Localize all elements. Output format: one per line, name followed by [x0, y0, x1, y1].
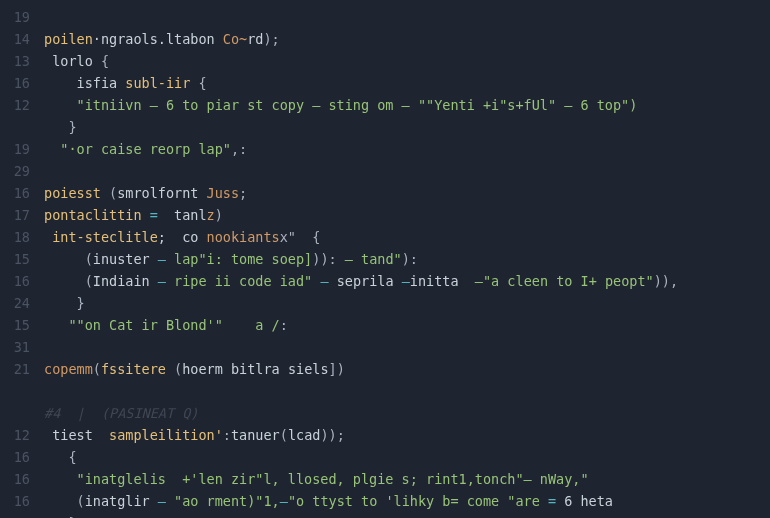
line-number: 16 [0, 446, 40, 468]
code-line[interactable]: int-steclitle; co nookiantsx" { [44, 226, 770, 248]
code-line[interactable]: "inatglelis +'len zir"l, llosed, plgie s… [44, 468, 770, 490]
token: –"a cleen to I+ peopt" [475, 273, 654, 289]
token: ( [44, 273, 93, 289]
line-number: 12 [0, 94, 40, 116]
line-number: 16 [0, 270, 40, 292]
token: initta [410, 273, 475, 289]
code-line[interactable]: "·or caise reorp lap",: [44, 138, 770, 160]
token: hoerm bitlra siels [182, 361, 328, 377]
code-line[interactable]: (inuster – lap"i: tome soep])): – tand")… [44, 248, 770, 270]
code-line[interactable] [44, 336, 770, 358]
token: seprila [337, 273, 402, 289]
token: – [320, 273, 336, 289]
token: subl-iir [125, 75, 198, 91]
token: "inatglelis +'len zir"l, llosed, plgie s… [77, 471, 589, 487]
token: z [207, 207, 215, 223]
token: ( [44, 493, 85, 509]
code-line[interactable]: } [44, 512, 770, 518]
token: 6 heta [564, 493, 613, 509]
token: inatglir [85, 493, 158, 509]
token: poilen [44, 31, 93, 47]
token: – [280, 493, 288, 509]
line-number: 19 [0, 6, 40, 28]
token: ripe ii code iad" [174, 273, 320, 289]
line-number: 17 [0, 204, 40, 226]
token: – [158, 273, 174, 289]
token [44, 471, 77, 487]
code-area[interactable]: poilen·ngraols.ltabon Co~rd); lorlo { is… [40, 0, 770, 518]
token: ]) [329, 361, 345, 377]
line-number: 16 [0, 490, 40, 512]
code-line[interactable]: (inatglir – "ao rment)"1,–"o ttyst to 'l… [44, 490, 770, 512]
code-line[interactable]: ""on Cat ir Blond'" a /: [44, 314, 770, 336]
token: smrolfornt [117, 185, 206, 201]
token [44, 317, 68, 333]
token: ) [215, 207, 223, 223]
token: poiesst [44, 185, 109, 201]
code-line[interactable]: } [44, 116, 770, 138]
token: { [198, 75, 206, 91]
token: – [158, 251, 174, 267]
token: )): [312, 251, 345, 267]
code-editor[interactable]: 1914131612192916171815162415312112161616… [0, 0, 770, 518]
token: ; [239, 185, 247, 201]
token: : [280, 317, 288, 333]
token: fssitere [101, 361, 174, 377]
token: – [158, 493, 174, 509]
token: inuster [93, 251, 158, 267]
token: "o ttyst to 'lihky b= come "are [288, 493, 548, 509]
line-number: 29 [0, 160, 40, 182]
line-number: 31 [0, 336, 40, 358]
token: ( [93, 361, 101, 377]
token: = [150, 207, 166, 223]
code-line[interactable] [44, 160, 770, 182]
code-line[interactable]: poiesst (smrolfornt Juss; [44, 182, 770, 204]
code-line[interactable]: "itniivn – 6 to piar st copy – sting om … [44, 94, 770, 116]
token: "ao rment)"1, [174, 493, 280, 509]
token: Juss [207, 185, 240, 201]
token: { [44, 449, 77, 465]
code-line[interactable]: (Indiain – ripe ii code iad" – seprila –… [44, 270, 770, 292]
token: tiest [44, 427, 109, 443]
line-number: 14 [0, 28, 40, 50]
token: } [44, 295, 85, 311]
code-line[interactable]: { [44, 446, 770, 468]
token: pontaclittin [44, 207, 150, 223]
token: : [223, 427, 231, 443]
token: sampleilition' [109, 427, 223, 443]
line-number: 16 [0, 72, 40, 94]
token: ( [280, 427, 288, 443]
line-number [0, 402, 40, 424]
code-line[interactable]: tiest sampleilition':tanuer(lcad)); [44, 424, 770, 446]
line-number: 24 [0, 292, 40, 314]
code-line[interactable] [44, 380, 770, 402]
token: nookiants [207, 229, 280, 245]
token: isfia [44, 75, 125, 91]
code-line[interactable]: copemm(fssitere (hoerm bitlra siels]) [44, 358, 770, 380]
code-line[interactable]: #4 | (PASINEAT Q) [44, 402, 770, 424]
token: – [402, 273, 410, 289]
token: ): [402, 251, 418, 267]
line-number: 19 [0, 138, 40, 160]
line-number-gutter: 1914131612192916171815162415312112161616… [0, 0, 40, 518]
token: tanl [166, 207, 207, 223]
token [44, 97, 77, 113]
code-line[interactable]: poilen·ngraols.ltabon Co~rd); [44, 28, 770, 50]
line-number: 12 [0, 424, 40, 446]
code-line[interactable]: lorlo { [44, 50, 770, 72]
line-number: 15 [0, 248, 40, 270]
code-line[interactable]: isfia subl-iir { [44, 72, 770, 94]
token: { [101, 53, 109, 69]
token: )); [320, 427, 344, 443]
code-line[interactable]: } [44, 292, 770, 314]
code-line[interactable] [44, 6, 770, 28]
line-number: 17 [0, 512, 40, 518]
line-number [0, 380, 40, 402]
token: ); [263, 31, 279, 47]
token: lcad [288, 427, 321, 443]
token: rd [247, 31, 263, 47]
token: Indiain [93, 273, 158, 289]
line-number: 18 [0, 226, 40, 248]
code-line[interactable]: pontaclittin = tanlz) [44, 204, 770, 226]
token: ·ngraols.ltabon [93, 31, 223, 47]
